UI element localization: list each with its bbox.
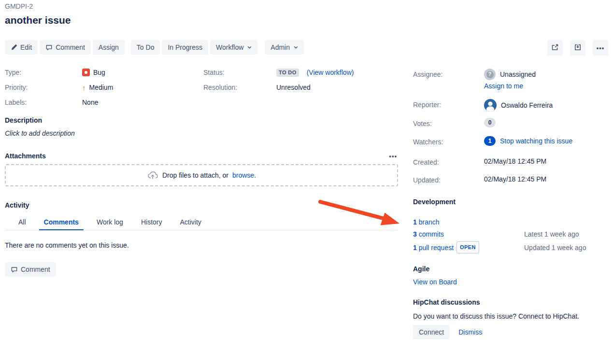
breadcrumb[interactable]: GMDPI-2: [5, 2, 33, 10]
attachments-dropzone[interactable]: Drop files to attach, or browse.: [5, 164, 398, 186]
description-placeholder[interactable]: Click to add description: [5, 129, 398, 138]
assign-to-me-row: Assign to me: [484, 82, 608, 90]
updated-row: Updated: 02/May/18 12:45 PM: [413, 174, 608, 185]
updated-value: 02/May/18 12:45 PM: [484, 174, 546, 184]
status-badge: TO DO: [276, 69, 299, 77]
activity-tabs: All Comments Work log History Activity: [5, 215, 398, 230]
add-comment-button-label: Comment: [21, 266, 50, 273]
issue-main-column: Type: Bug Status: TO DO (View workflow) …: [5, 63, 398, 277]
edit-button[interactable]: Edit: [5, 40, 38, 55]
commits-row: 3 commits Latest 1 week ago: [413, 229, 608, 239]
reporter-avatar: [484, 99, 497, 112]
created-value: 02/May/18 12:45 PM: [484, 156, 546, 166]
assignee-name: Unassigned: [500, 70, 536, 79]
pull-request-link[interactable]: 1 pull request: [413, 243, 454, 252]
tab-activity[interactable]: Activity: [175, 215, 206, 230]
toolbar-icon-group: •••: [547, 40, 608, 56]
labels-value: None: [82, 98, 203, 107]
commits-label: commits: [419, 230, 444, 238]
type-value: Bug: [82, 68, 203, 77]
spacer: [203, 98, 276, 107]
view-workflow-link[interactable]: (View workflow): [307, 68, 354, 77]
votes-row: Votes: 0: [413, 118, 608, 128]
tab-history[interactable]: History: [136, 215, 167, 230]
status-value: TO DO (View workflow): [276, 68, 398, 77]
priority-medium-icon: ↑: [82, 84, 86, 91]
add-comment-button[interactable]: Comment: [5, 262, 56, 277]
workflow-dropdown-button[interactable]: Workflow: [210, 40, 257, 55]
branch-count: 1: [413, 218, 417, 226]
more-icon: •••: [597, 45, 605, 51]
hipchat-text: Do you want to discuss this issue? Conne…: [413, 311, 608, 321]
branch-label: branch: [419, 218, 440, 226]
type-text: Bug: [93, 68, 105, 77]
tab-comments[interactable]: Comments: [39, 215, 84, 230]
watchers-count-badge[interactable]: 1: [484, 136, 496, 146]
reporter-row: Reporter: Oswaldo Ferreira: [413, 99, 608, 112]
attachments-heading: Attachments: [5, 152, 46, 160]
priority-label: Priority:: [5, 83, 82, 92]
type-label: Type:: [5, 68, 82, 77]
status-label: Status:: [203, 68, 276, 77]
stop-watching-link[interactable]: Stop watching this issue: [500, 136, 572, 146]
todo-transition-button[interactable]: To Do: [131, 40, 160, 55]
watchers-label: Watchers:: [413, 136, 484, 147]
export-button[interactable]: [570, 40, 585, 56]
hipchat-connect-button[interactable]: Connect: [413, 325, 450, 339]
issue-sidebar: Assignee: ? Unassigned Assign to me Repo…: [413, 63, 608, 339]
votes-count-badge[interactable]: 0: [484, 118, 496, 127]
admin-button-label: Admin: [271, 43, 290, 51]
share-button[interactable]: [547, 40, 563, 56]
commits-count: 3: [413, 230, 417, 238]
no-comments-message: There are no comments yet on this issue.: [5, 241, 398, 250]
branch-link[interactable]: 1 branch: [413, 217, 440, 227]
question-mark-icon: ?: [486, 71, 494, 78]
chevron-down-icon: [294, 46, 298, 49]
reporter-value: Oswaldo Ferreira: [484, 99, 553, 112]
assignee-label: Assignee:: [413, 69, 484, 79]
assign-to-me-link[interactable]: Assign to me: [484, 82, 523, 90]
agile-heading: Agile: [413, 265, 608, 273]
in-progress-transition-button[interactable]: In Progress: [162, 40, 208, 55]
agile-link-row: View on Board: [413, 278, 608, 286]
todo-button-label: To Do: [137, 43, 155, 51]
pencil-icon: [11, 44, 17, 51]
branch-row: 1 branch: [413, 217, 608, 227]
assign-button[interactable]: Assign: [93, 40, 125, 55]
more-actions-button[interactable]: •••: [593, 40, 608, 56]
resolution-label: Resolution:: [203, 83, 276, 92]
tab-work-log[interactable]: Work log: [92, 215, 128, 230]
view-on-board-link[interactable]: View on Board: [413, 278, 457, 286]
browse-link[interactable]: browse.: [232, 171, 256, 179]
toolbar: Edit Comment Assign To Do In Progress Wo…: [5, 40, 608, 56]
created-row: Created: 02/May/18 12:45 PM: [413, 156, 608, 167]
resolution-value: Unresolved: [276, 83, 398, 92]
pull-request-status-badge: OPEN: [456, 241, 479, 253]
hipchat-actions: Connect Dismiss: [413, 325, 608, 339]
commits-link[interactable]: 3 commits: [413, 229, 444, 239]
pull-request-meta: Updated 1 week ago: [524, 243, 586, 252]
hipchat-heading: HipChat discussions: [413, 298, 608, 307]
tab-all[interactable]: All: [14, 215, 31, 230]
comment-bubble-icon: [45, 44, 53, 51]
attachments-header: Attachments •••: [5, 152, 398, 160]
cloud-upload-icon: [147, 170, 158, 181]
pull-request-row: 1 pull request OPEN Updated 1 week ago: [413, 241, 608, 253]
toolbar-button-group: Edit Comment Assign To Do In Progress Wo…: [5, 40, 304, 55]
spacer: [276, 98, 398, 107]
pull-request-label: pull request: [419, 244, 454, 252]
admin-dropdown-button[interactable]: Admin: [265, 40, 304, 55]
chevron-down-icon: [247, 46, 252, 49]
votes-label: Votes:: [413, 118, 484, 128]
export-icon: [574, 43, 582, 53]
edit-button-label: Edit: [20, 43, 32, 51]
hipchat-dismiss-link[interactable]: Dismiss: [458, 328, 482, 336]
assign-button-label: Assign: [99, 43, 119, 51]
comment-button[interactable]: Comment: [40, 40, 91, 55]
comment-button-label: Comment: [56, 43, 85, 51]
workflow-button-label: Workflow: [216, 43, 243, 51]
activity-heading: Activity: [5, 201, 398, 210]
attachments-more-icon[interactable]: •••: [388, 153, 398, 159]
details-module: Type: Bug Status: TO DO (View workflow) …: [5, 63, 398, 107]
reporter-name: Oswaldo Ferreira: [501, 100, 553, 110]
